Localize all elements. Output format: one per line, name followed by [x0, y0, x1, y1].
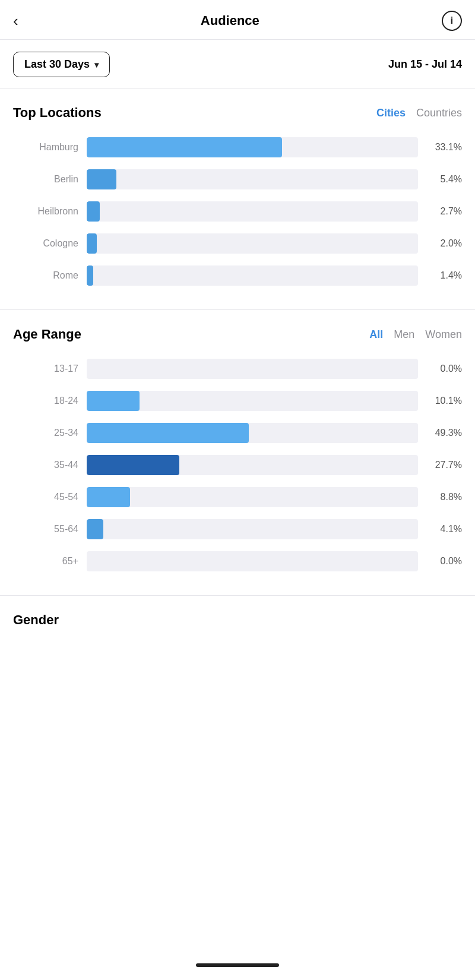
age-bar-fill [87, 487, 130, 507]
bar-fill [87, 265, 93, 286]
bar-track [87, 137, 418, 157]
age-bar-track [87, 519, 418, 539]
tab-men[interactable]: Men [394, 328, 414, 341]
bar-fill [87, 201, 100, 222]
top-locations-header: Top Locations Cities Countries [13, 105, 462, 121]
age-bar-pct: 8.8% [425, 492, 462, 502]
page-title: Audience [201, 13, 259, 29]
age-bar-label: 18-24 [13, 396, 78, 406]
top-locations-section: Top Locations Cities Countries Hamburg 3… [0, 88, 475, 310]
bar-track [87, 265, 418, 286]
location-bar-row: Berlin 5.4% [13, 169, 462, 189]
bar-track [87, 169, 418, 189]
age-bar-row: 55-64 4.1% [13, 519, 462, 539]
age-bars-container: 13-17 0.0% 18-24 10.1% 25-34 49.3% 35-44… [13, 359, 462, 571]
age-bar-track [87, 359, 418, 379]
info-button[interactable]: i [442, 11, 462, 31]
age-bar-row: 65+ 0.0% [13, 551, 462, 571]
age-bar-track [87, 423, 418, 443]
bar-track [87, 201, 418, 222]
app-header: ‹ Audience i [0, 0, 475, 40]
bar-pct: 5.4% [425, 174, 462, 185]
bar-pct: 1.4% [425, 270, 462, 281]
bar-fill [87, 169, 116, 189]
age-bar-label: 35-44 [13, 460, 78, 470]
gender-title: Gender [13, 612, 59, 627]
chevron-down-icon: ▾ [94, 60, 99, 69]
age-bar-label: 55-64 [13, 524, 78, 535]
bar-label: Cologne [13, 238, 78, 249]
tab-all[interactable]: All [369, 328, 383, 341]
age-bar-pct: 27.7% [425, 460, 462, 470]
tab-cities[interactable]: Cities [376, 107, 406, 119]
bar-pct: 2.7% [425, 206, 462, 217]
top-locations-title: Top Locations [13, 105, 102, 121]
bar-track [87, 233, 418, 254]
bar-label: Heilbronn [13, 206, 78, 217]
age-bar-row: 45-54 8.8% [13, 487, 462, 507]
age-bar-row: 25-34 49.3% [13, 423, 462, 443]
date-filter-label: Last 30 Days [24, 58, 90, 71]
age-bar-label: 13-17 [13, 363, 78, 374]
tab-countries[interactable]: Countries [416, 107, 462, 119]
age-bar-label: 25-34 [13, 428, 78, 438]
age-bar-fill [87, 519, 103, 539]
age-bar-pct: 0.0% [425, 363, 462, 374]
age-bar-fill [87, 391, 140, 411]
age-range-title: Age Range [13, 327, 81, 342]
bar-label: Berlin [13, 174, 78, 185]
age-bar-pct: 49.3% [425, 428, 462, 438]
age-tabs: All Men Women [369, 328, 462, 341]
age-bar-fill [87, 455, 179, 475]
date-range-label: Jun 15 - Jul 14 [388, 58, 462, 71]
bottom-handle [196, 963, 279, 967]
date-filter-button[interactable]: Last 30 Days ▾ [13, 52, 110, 77]
age-bar-pct: 10.1% [425, 396, 462, 406]
bar-fill [87, 233, 97, 254]
age-bar-row: 18-24 10.1% [13, 391, 462, 411]
age-range-header: Age Range All Men Women [13, 327, 462, 342]
back-button[interactable]: ‹ [13, 13, 18, 29]
age-bar-track [87, 455, 418, 475]
locations-tabs: Cities Countries [376, 107, 462, 119]
age-bar-pct: 4.1% [425, 524, 462, 535]
age-bar-pct: 0.0% [425, 556, 462, 567]
bar-pct: 2.0% [425, 238, 462, 249]
age-bar-track [87, 487, 418, 507]
age-bar-fill [87, 423, 249, 443]
location-bar-row: Heilbronn 2.7% [13, 201, 462, 222]
location-bar-row: Hamburg 33.1% [13, 137, 462, 157]
location-bars-container: Hamburg 33.1% Berlin 5.4% Heilbronn 2.7%… [13, 137, 462, 286]
bar-fill [87, 137, 282, 157]
age-bar-track [87, 391, 418, 411]
date-filter-row: Last 30 Days ▾ Jun 15 - Jul 14 [0, 40, 475, 88]
bar-pct: 33.1% [425, 142, 462, 153]
age-range-section: Age Range All Men Women 13-17 0.0% 18-24… [0, 310, 475, 596]
age-bar-label: 45-54 [13, 492, 78, 502]
age-bar-row: 13-17 0.0% [13, 359, 462, 379]
gender-section: Gender [0, 596, 475, 640]
bar-label: Hamburg [13, 142, 78, 153]
location-bar-row: Cologne 2.0% [13, 233, 462, 254]
tab-women[interactable]: Women [425, 328, 462, 341]
bar-label: Rome [13, 270, 78, 281]
age-bar-label: 65+ [13, 556, 78, 567]
location-bar-row: Rome 1.4% [13, 265, 462, 286]
age-bar-row: 35-44 27.7% [13, 455, 462, 475]
age-bar-track [87, 551, 418, 571]
